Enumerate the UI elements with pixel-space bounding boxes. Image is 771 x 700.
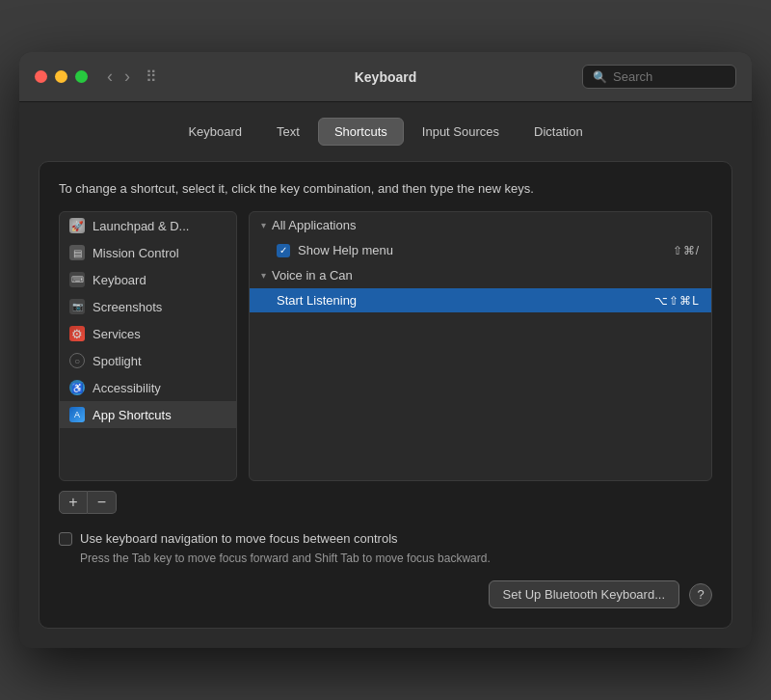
sidebar-item-services[interactable]: ⚙ Services	[60, 320, 236, 347]
sidebar-label-launchpad: Launchpad & D...	[93, 219, 189, 233]
section-all-apps-label: All Applications	[272, 218, 356, 232]
sidebar-label-keyboard: Keyboard	[93, 273, 146, 287]
show-help-label-group: ✓ Show Help menu	[277, 243, 393, 257]
spotlight-icon: ○	[69, 353, 85, 368]
keyboard-icon: ⌨	[69, 272, 85, 287]
sidebar-item-spotlight[interactable]: ○ Spotlight	[60, 347, 236, 374]
help-button[interactable]: ?	[689, 583, 712, 606]
main-window: ‹ › ⠿ Keyboard 🔍 Keyboard Text Shortcuts…	[19, 52, 752, 648]
keyboard-nav-label: Use keyboard navigation to move focus be…	[80, 531, 398, 546]
forward-button[interactable]: ›	[120, 65, 134, 89]
close-button[interactable]	[35, 70, 47, 83]
window-title: Keyboard	[355, 69, 417, 85]
services-icon: ⚙	[69, 326, 85, 341]
section-all-apps[interactable]: ▾ All Applications	[250, 212, 711, 238]
section-voice[interactable]: ▾ Voice in a Can	[250, 262, 711, 288]
titlebar: ‹ › ⠿ Keyboard 🔍	[19, 52, 752, 102]
sidebar-list: 🚀 Launchpad & D... ▤ Mission Control ⌨ K…	[59, 211, 237, 481]
hint-text: Press the Tab key to move focus forward …	[59, 552, 712, 565]
sidebar-item-app-shortcuts[interactable]: A App Shortcuts	[60, 401, 236, 428]
grid-icon: ⠿	[146, 67, 157, 86]
sidebar-item-screenshots[interactable]: 📷 Screenshots	[60, 293, 236, 320]
sidebar-item-launchpad[interactable]: 🚀 Launchpad & D...	[60, 212, 236, 239]
sidebar-label-mission-control: Mission Control	[93, 246, 179, 260]
start-listening-text: Start Listening	[277, 293, 357, 308]
accessibility-icon: ♿	[69, 380, 85, 395]
instruction-text: To change a shortcut, select it, click t…	[59, 181, 712, 196]
tab-shortcuts[interactable]: Shortcuts	[318, 118, 404, 146]
launchpad-icon: 🚀	[69, 218, 85, 233]
traffic-lights	[35, 70, 88, 83]
bottom-section: Use keyboard navigation to move focus be…	[59, 531, 712, 565]
bottom-buttons: Set Up Bluetooth Keyboard... ?	[59, 580, 712, 608]
shortcuts-container: 🚀 Launchpad & D... ▤ Mission Control ⌨ K…	[59, 211, 712, 481]
tab-text[interactable]: Text	[260, 118, 316, 146]
search-input[interactable]	[613, 69, 726, 84]
sidebar-label-app-shortcuts: App Shortcuts	[93, 408, 172, 422]
start-listening-label-group: Start Listening	[277, 293, 357, 308]
shortcut-show-help[interactable]: ✓ Show Help menu ⇧⌘/	[250, 238, 711, 262]
tab-keyboard[interactable]: Keyboard	[172, 118, 258, 146]
voice-chevron-icon: ▾	[261, 270, 266, 281]
content-area: Keyboard Text Shortcuts Input Sources Di…	[19, 102, 752, 648]
remove-shortcut-button[interactable]: −	[88, 491, 117, 514]
add-remove-bar: + −	[59, 491, 712, 514]
tab-dictation[interactable]: Dictation	[518, 118, 599, 146]
maximize-button[interactable]	[75, 70, 88, 83]
search-icon: 🔍	[593, 70, 607, 84]
mission-control-icon: ▤	[69, 245, 85, 260]
tabs-bar: Keyboard Text Shortcuts Input Sources Di…	[39, 118, 732, 146]
shortcuts-main: ▾ All Applications ✓ Show Help menu ⇧⌘/ …	[249, 211, 712, 481]
section-voice-label: Voice in a Can	[272, 268, 353, 283]
sidebar-label-screenshots: Screenshots	[93, 300, 162, 314]
sidebar-label-services: Services	[93, 327, 141, 341]
show-help-text: Show Help menu	[298, 243, 393, 257]
search-box[interactable]: 🔍	[582, 65, 736, 89]
sidebar-label-accessibility: Accessibility	[93, 381, 161, 395]
keyboard-nav-row: Use keyboard navigation to move focus be…	[59, 531, 712, 546]
shortcut-start-listening[interactable]: Start Listening ⌥⇧⌘L	[250, 288, 711, 312]
shortcuts-panel: To change a shortcut, select it, click t…	[39, 161, 732, 629]
app-shortcuts-icon: A	[69, 407, 85, 422]
screenshots-icon: 📷	[69, 299, 85, 314]
sidebar-item-keyboard[interactable]: ⌨ Keyboard	[60, 266, 236, 293]
show-help-key: ⇧⌘/	[673, 244, 700, 257]
nav-buttons: ‹ ›	[103, 65, 134, 89]
start-listening-key: ⌥⇧⌘L	[654, 294, 700, 308]
sidebar-label-spotlight: Spotlight	[93, 354, 142, 368]
back-button[interactable]: ‹	[103, 65, 117, 89]
minimize-button[interactable]	[55, 70, 67, 83]
sidebar-item-accessibility[interactable]: ♿ Accessibility	[60, 374, 236, 401]
sidebar-item-mission-control[interactable]: ▤ Mission Control	[60, 239, 236, 266]
bluetooth-keyboard-button[interactable]: Set Up Bluetooth Keyboard...	[489, 580, 679, 608]
keyboard-nav-checkbox[interactable]	[59, 532, 72, 546]
show-help-checkbox[interactable]: ✓	[277, 244, 290, 257]
chevron-icon: ▾	[261, 220, 266, 230]
add-shortcut-button[interactable]: +	[59, 491, 88, 514]
tab-input-sources[interactable]: Input Sources	[406, 118, 516, 146]
